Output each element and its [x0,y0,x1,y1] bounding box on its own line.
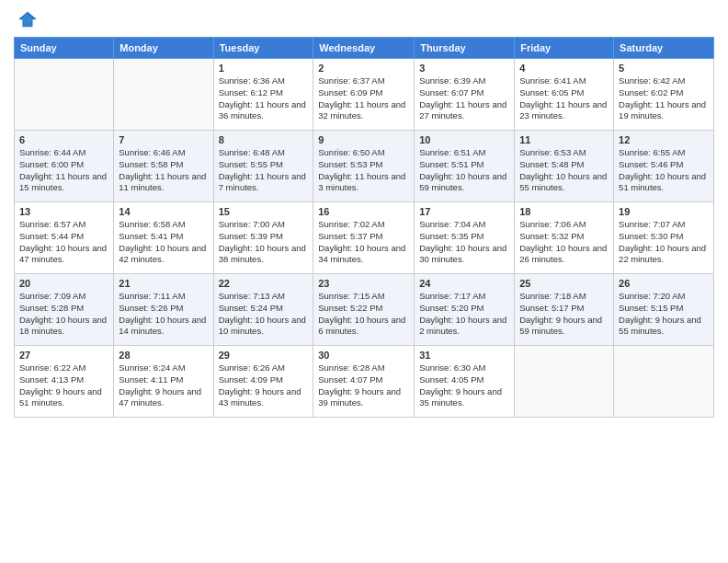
calendar-cell: 6Sunrise: 6:44 AM Sunset: 6:00 PM Daylig… [15,131,114,202]
day-info: Sunrise: 7:18 AM Sunset: 5:17 PM Dayligh… [519,291,609,338]
day-info: Sunrise: 6:39 AM Sunset: 6:07 PM Dayligh… [419,75,509,122]
day-info: Sunrise: 6:30 AM Sunset: 4:05 PM Dayligh… [419,362,509,409]
day-number: 10 [419,134,509,145]
calendar-cell [114,59,213,131]
calendar-cell: 18Sunrise: 7:06 AM Sunset: 5:32 PM Dayli… [515,202,614,274]
day-number: 29 [219,350,309,361]
calendar-week-row: 6Sunrise: 6:44 AM Sunset: 6:00 PM Daylig… [15,131,714,202]
day-info: Sunrise: 7:06 AM Sunset: 5:32 PM Dayligh… [519,219,609,266]
calendar-cell: 31Sunrise: 6:30 AM Sunset: 4:05 PM Dayli… [415,346,515,418]
calendar-day-header: Friday [515,38,614,59]
calendar-body: 1Sunrise: 6:36 AM Sunset: 6:12 PM Daylig… [15,59,714,418]
calendar-cell [515,346,614,418]
day-info: Sunrise: 6:22 AM Sunset: 4:13 PM Dayligh… [19,362,108,409]
day-info: Sunrise: 7:00 AM Sunset: 5:39 PM Dayligh… [219,219,309,266]
day-number: 23 [318,278,409,289]
day-number: 4 [519,63,609,74]
calendar-day-header: Sunday [15,38,114,59]
calendar-cell: 30Sunrise: 6:28 AM Sunset: 4:07 PM Dayli… [313,346,415,418]
calendar-cell [15,59,114,131]
day-number: 26 [619,278,709,289]
day-info: Sunrise: 6:51 AM Sunset: 5:51 PM Dayligh… [419,147,509,194]
day-info: Sunrise: 6:44 AM Sunset: 6:00 PM Dayligh… [19,147,108,194]
day-number: 18 [519,206,609,217]
calendar-day-header: Thursday [415,38,515,59]
day-number: 9 [318,134,409,145]
calendar-week-row: 27Sunrise: 6:22 AM Sunset: 4:13 PM Dayli… [15,346,714,418]
calendar-header-row: SundayMondayTuesdayWednesdayThursdayFrid… [15,38,714,59]
day-number: 7 [119,134,208,145]
day-info: Sunrise: 6:37 AM Sunset: 6:09 PM Dayligh… [318,75,409,122]
calendar-cell: 17Sunrise: 7:04 AM Sunset: 5:35 PM Dayli… [415,202,515,274]
calendar-cell: 21Sunrise: 7:11 AM Sunset: 5:26 PM Dayli… [114,274,213,346]
calendar-cell: 4Sunrise: 6:41 AM Sunset: 6:05 PM Daylig… [515,59,614,131]
calendar-day-header: Wednesday [313,38,415,59]
day-number: 2 [318,63,409,74]
day-info: Sunrise: 7:02 AM Sunset: 5:37 PM Dayligh… [318,219,409,266]
day-number: 22 [219,278,309,289]
day-number: 5 [619,63,709,74]
calendar-cell: 3Sunrise: 6:39 AM Sunset: 6:07 PM Daylig… [415,59,515,131]
calendar-cell: 9Sunrise: 6:50 AM Sunset: 5:53 PM Daylig… [313,131,415,202]
day-info: Sunrise: 6:24 AM Sunset: 4:11 PM Dayligh… [119,362,208,409]
day-info: Sunrise: 7:07 AM Sunset: 5:30 PM Dayligh… [619,219,709,266]
day-info: Sunrise: 7:13 AM Sunset: 5:24 PM Dayligh… [219,291,309,338]
calendar-cell: 15Sunrise: 7:00 AM Sunset: 5:39 PM Dayli… [213,202,313,274]
calendar-cell: 27Sunrise: 6:22 AM Sunset: 4:13 PM Dayli… [15,346,114,418]
calendar-cell: 22Sunrise: 7:13 AM Sunset: 5:24 PM Dayli… [213,274,313,346]
day-number: 11 [519,134,609,145]
day-info: Sunrise: 6:48 AM Sunset: 5:55 PM Dayligh… [219,147,309,194]
day-info: Sunrise: 6:26 AM Sunset: 4:09 PM Dayligh… [219,362,309,409]
calendar-cell: 12Sunrise: 6:55 AM Sunset: 5:46 PM Dayli… [614,131,714,202]
calendar-cell: 8Sunrise: 6:48 AM Sunset: 5:55 PM Daylig… [213,131,313,202]
day-number: 13 [19,206,108,217]
day-number: 1 [219,63,309,74]
calendar-cell: 25Sunrise: 7:18 AM Sunset: 5:17 PM Dayli… [515,274,614,346]
calendar-cell: 16Sunrise: 7:02 AM Sunset: 5:37 PM Dayli… [313,202,415,274]
calendar-day-header: Saturday [614,38,714,59]
day-info: Sunrise: 7:11 AM Sunset: 5:26 PM Dayligh… [119,291,208,338]
day-number: 21 [119,278,208,289]
calendar-cell: 1Sunrise: 6:36 AM Sunset: 6:12 PM Daylig… [213,59,313,131]
day-number: 27 [19,350,108,361]
calendar-day-header: Tuesday [213,38,313,59]
calendar-cell: 5Sunrise: 6:42 AM Sunset: 6:02 PM Daylig… [614,59,714,131]
calendar-cell: 20Sunrise: 7:09 AM Sunset: 5:28 PM Dayli… [15,274,114,346]
day-info: Sunrise: 7:15 AM Sunset: 5:22 PM Dayligh… [318,291,409,338]
calendar-cell: 24Sunrise: 7:17 AM Sunset: 5:20 PM Dayli… [415,274,515,346]
day-number: 24 [419,278,509,289]
day-number: 28 [119,350,208,361]
calendar-table: SundayMondayTuesdayWednesdayThursdayFrid… [14,37,714,418]
day-number: 19 [619,206,709,217]
calendar-cell: 19Sunrise: 7:07 AM Sunset: 5:30 PM Dayli… [614,202,714,274]
calendar-week-row: 1Sunrise: 6:36 AM Sunset: 6:12 PM Daylig… [15,59,714,131]
calendar-cell: 2Sunrise: 6:37 AM Sunset: 6:09 PM Daylig… [313,59,415,131]
calendar-cell [614,346,714,418]
calendar-week-row: 13Sunrise: 6:57 AM Sunset: 5:44 PM Dayli… [15,202,714,274]
calendar-cell: 10Sunrise: 6:51 AM Sunset: 5:51 PM Dayli… [415,131,515,202]
day-info: Sunrise: 6:53 AM Sunset: 5:48 PM Dayligh… [519,147,609,194]
day-info: Sunrise: 6:28 AM Sunset: 4:07 PM Dayligh… [318,362,409,409]
day-number: 8 [219,134,309,145]
calendar-cell: 23Sunrise: 7:15 AM Sunset: 5:22 PM Dayli… [313,274,415,346]
calendar-cell: 7Sunrise: 6:46 AM Sunset: 5:58 PM Daylig… [114,131,213,202]
calendar-cell: 26Sunrise: 7:20 AM Sunset: 5:15 PM Dayli… [614,274,714,346]
day-info: Sunrise: 6:36 AM Sunset: 6:12 PM Dayligh… [219,75,309,122]
calendar-day-header: Monday [114,38,213,59]
day-info: Sunrise: 6:46 AM Sunset: 5:58 PM Dayligh… [119,147,208,194]
day-number: 14 [119,206,208,217]
day-number: 31 [419,350,509,361]
calendar-cell: 11Sunrise: 6:53 AM Sunset: 5:48 PM Dayli… [515,131,614,202]
calendar-week-row: 20Sunrise: 7:09 AM Sunset: 5:28 PM Dayli… [15,274,714,346]
calendar-cell: 13Sunrise: 6:57 AM Sunset: 5:44 PM Dayli… [15,202,114,274]
day-number: 16 [318,206,409,217]
day-number: 6 [19,134,108,145]
day-info: Sunrise: 7:20 AM Sunset: 5:15 PM Dayligh… [619,291,709,338]
day-info: Sunrise: 6:55 AM Sunset: 5:46 PM Dayligh… [619,147,709,194]
day-info: Sunrise: 6:58 AM Sunset: 5:41 PM Dayligh… [119,219,208,266]
day-info: Sunrise: 7:09 AM Sunset: 5:28 PM Dayligh… [19,291,108,338]
day-info: Sunrise: 6:57 AM Sunset: 5:44 PM Dayligh… [19,219,108,266]
day-number: 12 [619,134,709,145]
calendar-cell: 28Sunrise: 6:24 AM Sunset: 4:11 PM Dayli… [114,346,213,418]
day-number: 20 [19,278,108,289]
